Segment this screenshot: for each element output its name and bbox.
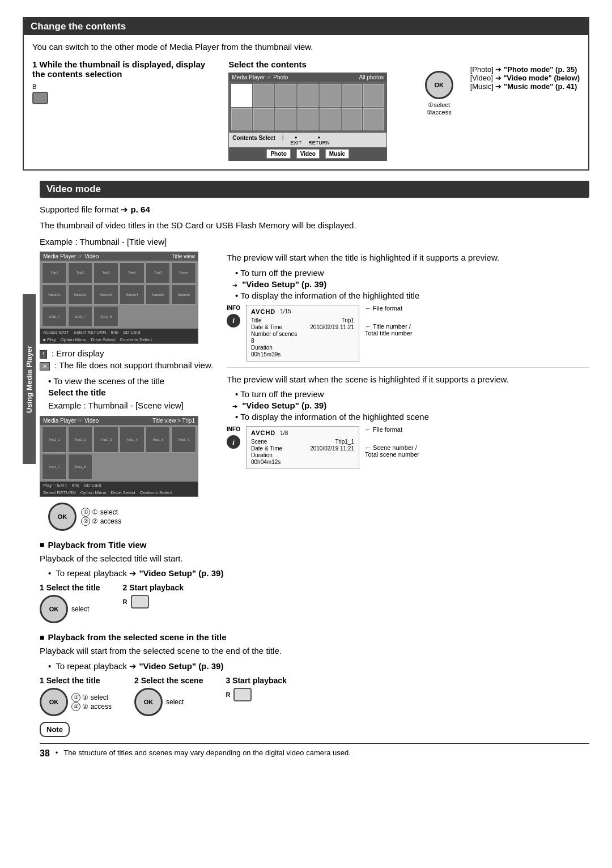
r-button-area2: R [226, 688, 252, 701]
avchd-logo: AVCHD [251, 308, 275, 315]
select-access-labels2: ① ① select ② ② access [71, 693, 112, 711]
info-box-header: AVCHD 1/15 [251, 308, 354, 315]
scene-trip1-1: Trip1_1 [42, 427, 67, 453]
footer-bullet: • [56, 748, 58, 757]
file-format-line: Supported file format ➔ p. 64 [40, 203, 589, 216]
video-mode-header: Video mode [40, 181, 589, 198]
thumb-trip1: Trip1 [42, 262, 67, 283]
change-contents-header: Change the contents [24, 18, 588, 35]
video-mode-right: The preview will start when the title is… [227, 252, 589, 474]
playback-scene-steps: 1 Select the title OK ① ① select ② ② acc… [40, 676, 589, 716]
sidebar-using-media-player: Using Media Player [23, 294, 36, 464]
step2-block: Select the contents Media Player ☞ Photo… [228, 59, 407, 161]
video-setup-ref1: "Video Setup" (p. 39) [232, 279, 589, 289]
r-button [131, 595, 149, 609]
error-badge2: ✕ [40, 362, 50, 371]
playback-title-section: Playback from Title view Playback of the… [40, 540, 589, 624]
contents-select-bar: Contents Select | ● EXIT ● RETURN [229, 133, 386, 147]
info-icon: i [227, 314, 240, 327]
playback-scene-header: Playback from the selected scene in the … [40, 632, 589, 642]
photo-thumb [275, 84, 296, 107]
ok-button-large: OK [425, 71, 453, 99]
view-scenes-text: To view the scenes of the title [48, 376, 215, 386]
thumb-nature1: Nature1 [42, 284, 67, 305]
cs-exit: ● EXIT [290, 135, 301, 146]
info-icon-area2: INFO i [227, 426, 240, 449]
footer-note: 38 • The structure of titles and scenes … [40, 743, 589, 759]
example2-label: Example : Thumbnail - [Scene view] [48, 399, 215, 412]
title-view-header: Media Player ☞ Video Title view [40, 252, 198, 261]
photo-mode-ref: [Photo] ➔ "Photo mode" (p. 35) [470, 65, 580, 74]
cs-return: ● RETURN [308, 135, 330, 146]
step1-select-title: 1 Select the title OK select [40, 583, 100, 623]
display-info2: To display the information of the highli… [235, 412, 589, 422]
photo-thumb [342, 108, 363, 130]
scene-trip1-5: Trip1_5 [146, 427, 171, 453]
page-number: 38 [40, 748, 50, 759]
step1-title: 1 While the thumbnail is displayed, disp… [32, 59, 211, 79]
photo-thumb [298, 84, 318, 107]
step3b-num-label: 3 Start playback [226, 676, 286, 685]
thumb-trip4: Trip4 [120, 262, 144, 283]
mode-references: [Photo] ➔ "Photo mode" (p. 35) [Video] ➔… [470, 65, 580, 91]
info-box-scene: AVCHD 1/8 Scene Trip1_1 Date & Time 2010… [246, 426, 359, 469]
scene-trip1-6: Trip1_6 [171, 427, 196, 453]
b-button-area: B [32, 83, 211, 104]
title-view-body: Trip1 Trip2 Trip3 Trip4 Trip5 Room Natur… [40, 261, 198, 329]
info-annotations: ← File format ← Title number / Total tit… [365, 305, 413, 337]
scene-trip1-8: Trip1_8 [68, 454, 93, 480]
ok-scene-button: OK [134, 688, 163, 716]
thumb-2018-7: 2018_7 [68, 306, 93, 327]
info-box-area2: INFO i AVCHD 1/8 Scene Trip1_1 [227, 426, 589, 469]
photos-grid [229, 82, 386, 133]
photo-thumb [320, 108, 341, 130]
footer-text: The structure of titles and scenes may v… [63, 748, 351, 757]
title-view-screen: Media Player ☞ Video Title view Trip1 Tr… [40, 252, 198, 344]
info-row-scene: Scene Trip1_1 [251, 439, 354, 445]
access-annotation: ②access [427, 109, 452, 116]
info-row-scenes: Number of scenes [251, 331, 354, 337]
step1-num-label: 1 Select the title [40, 583, 100, 592]
step1-block: 1 While the thumbnail is displayed, disp… [32, 59, 211, 104]
repeat-playback: To repeat playback ➔ "Video Setup" (p. 3… [48, 568, 589, 578]
select-access-labels: ① ① select ② ② access [81, 508, 121, 526]
error-display: ! : Error display [40, 348, 215, 359]
step3b-start-playback: 3 Start playback R [226, 676, 286, 701]
avchd-logo2: AVCHD [251, 429, 275, 436]
photo-thumb [231, 84, 252, 107]
info-row-date: Date & Time 2010/02/19 11:21 [251, 324, 354, 330]
select-annotation: ①select [428, 101, 450, 109]
photo-thumb [231, 108, 252, 130]
info-icon2: i [227, 435, 240, 449]
video-description: The thumbnail of video titles in the SD … [40, 219, 589, 232]
example-label: Example : Thumbnail - [Title view] [40, 236, 589, 249]
r-button2 [233, 688, 252, 701]
r-button-area: R [123, 595, 149, 609]
step1b-select-title: 1 Select the title OK ① ① select ② ② acc… [40, 676, 112, 716]
ok-controls-section: OK ① ① select ② ② access [48, 503, 215, 531]
thumb-nature4: Nature4 [120, 284, 144, 305]
music-btn: Music [325, 149, 349, 159]
scene-view-header: Media Player ☞ Video Title view > Trip1 [40, 416, 198, 425]
video-setup-ref2: "Video Setup" (p. 39) [232, 401, 589, 410]
info-row-title: Title Trip1 [251, 317, 354, 324]
video-mode-ref: [Video] ➔ "Video mode" (below) [470, 74, 580, 82]
step2-num-label: 2 Start playback [123, 583, 184, 592]
info-row-duration: Duration [251, 344, 354, 351]
thumb-2010-8: 2010_8 [94, 306, 118, 327]
info-row-scenes-val: 8 [251, 338, 354, 344]
playback-steps: 1 Select the title OK select 2 Start pla… [40, 583, 589, 623]
scene-trip1-3: Trip1_3 [94, 427, 118, 453]
no-thumbnail: ✕ : The file does not support thumbnail … [40, 360, 215, 371]
info-row-duration2-val: 00h04m12s [251, 459, 354, 465]
scene-view-footer: Play ☞EXIT Info SD Card [40, 482, 198, 489]
step2b-num-label: 2 Select the scene [134, 676, 203, 685]
photo-thumb [253, 84, 274, 107]
thumb-nature6: Nature6 [171, 284, 196, 305]
playback-scene-section: Playback from the selected scene in the … [40, 632, 589, 716]
scene-view-body: Trip1_1 Trip1_2 Trip1_3 Trip1_4 Trip1_5 … [40, 425, 198, 482]
b-button [32, 92, 48, 104]
info-label: INFO [227, 305, 240, 311]
music-mode-ref: [Music] ➔ "Music mode" (p. 41) [470, 82, 580, 91]
ok-select-area2: OK ① ① select ② ② access [40, 688, 112, 716]
